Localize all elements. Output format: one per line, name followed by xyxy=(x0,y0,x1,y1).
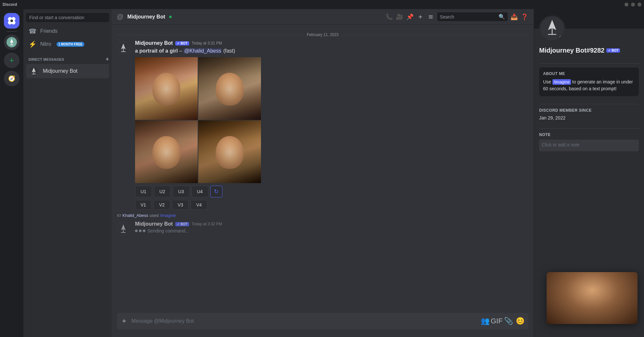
member-since-section: DISCORD MEMBER SINCE Jan 29, 2022 xyxy=(539,108,639,120)
note-title: NOTE xyxy=(539,132,639,137)
guild-openai[interactable] xyxy=(4,34,19,50)
command-used-indicator: 🏷 Khalid_Abess used /imagine xyxy=(112,210,534,218)
search-input[interactable] xyxy=(440,14,497,19)
messages-area: February 11, 2023 Midjourney Bot xyxy=(112,25,534,313)
note-input[interactable]: Click to add a note xyxy=(539,140,639,151)
maximize-button[interactable] xyxy=(631,3,635,6)
pin-button[interactable]: 📌 xyxy=(406,13,414,21)
v1-button[interactable]: V1 xyxy=(135,200,152,210)
status-indicator xyxy=(36,73,39,76)
guild-bar: + 🧭 xyxy=(0,9,23,337)
note-section: NOTE Click to add a note xyxy=(539,132,639,151)
sidebar-item-friends[interactable]: ☎ Friends xyxy=(26,25,109,38)
v4-button[interactable]: V4 xyxy=(191,200,207,210)
explore-button[interactable]: 🧭 xyxy=(4,71,19,86)
search-bar[interactable]: 🔍 xyxy=(437,12,508,21)
bot-avatar-second xyxy=(117,222,130,235)
add-member-button[interactable] xyxy=(416,13,424,21)
message-input-area: + 👥 GIF 📎 😊 xyxy=(112,313,534,337)
u1-button[interactable]: U1 xyxy=(135,186,152,197)
action-buttons-row1: U1 U2 U3 U4 ↻ xyxy=(135,186,528,197)
sidebar-navigation: ☎ Friends ⚡ Nitro 1 MONTH FREE xyxy=(23,25,112,51)
about-me-title: ABOUT ME xyxy=(543,71,635,76)
search-icon: 🔍 xyxy=(499,14,505,20)
input-icons: 👥 GIF 📎 😊 xyxy=(480,317,525,326)
channel-header: @ Midjourney Bot 📞 🎥 📌 xyxy=(112,9,534,25)
loading-dots xyxy=(135,230,145,232)
dm-name-midjourney: Midjourney Bot xyxy=(43,68,78,74)
dm-avatar-midjourney xyxy=(29,66,39,76)
online-status-dot xyxy=(169,16,172,18)
note-placeholder: Click to add a note xyxy=(542,142,579,147)
phone-button[interactable]: 📞 xyxy=(385,13,393,21)
sending-indicator: Sending command... xyxy=(135,228,528,233)
sidebar-item-nitro[interactable]: ⚡ Nitro 1 MONTH FREE xyxy=(26,38,109,51)
image-cell-1[interactable] xyxy=(135,57,198,120)
help-button[interactable]: ❓ xyxy=(521,13,528,21)
header-actions: 📞 🎥 📌 🔍 📥 ❓ xyxy=(385,12,528,21)
channel-name: Midjourney Bot xyxy=(127,14,165,20)
about-me-text: Use /imagine to generate an image in und… xyxy=(543,79,635,92)
bot-avatar-first xyxy=(117,42,130,55)
attachment-button[interactable]: + xyxy=(121,313,128,329)
friends-icon: ☎ xyxy=(29,27,36,35)
sticker-button[interactable]: 📎 xyxy=(504,317,513,326)
dot-2 xyxy=(139,230,142,232)
dm-section-header: DIRECT MESSAGES + xyxy=(23,51,112,64)
inbox-button[interactable]: 📥 xyxy=(510,13,518,21)
mention-user: @Khalid_Abess xyxy=(183,48,222,54)
profile-section: Midjourney Bot#9282 ✓ BOT ABOUT ME Use /… xyxy=(539,29,639,151)
gif-button[interactable]: GIF xyxy=(492,317,501,326)
command-icon: 🏷 xyxy=(117,213,121,218)
emoji-button[interactable]: 😊 xyxy=(515,317,525,326)
video-content xyxy=(547,272,638,324)
profile-username: Midjourney Bot#9282 xyxy=(539,47,604,54)
u3-button[interactable]: U3 xyxy=(173,186,190,197)
command-name: /imagine xyxy=(160,213,176,218)
member-list-button[interactable] xyxy=(427,13,435,21)
nitro-label: Nitro xyxy=(40,41,51,47)
image-cell-4[interactable] xyxy=(198,120,261,183)
new-dm-button[interactable]: + xyxy=(105,56,109,63)
u2-button[interactable]: U2 xyxy=(154,186,171,197)
profile-status-indicator xyxy=(558,34,563,40)
dot-3 xyxy=(143,230,145,232)
main-content: @ Midjourney Bot 📞 🎥 📌 xyxy=(112,9,534,337)
message-text-first: a portrait of a girl – @Khalid_Abess (fa… xyxy=(135,47,528,55)
bot-badge-first: ✓ BOT xyxy=(175,41,189,45)
close-button[interactable] xyxy=(638,3,641,6)
message-input[interactable] xyxy=(130,314,478,328)
nitro-icon: ⚡ xyxy=(29,40,36,48)
search-section: Find or start a conversation xyxy=(23,9,112,25)
minimize-button[interactable] xyxy=(625,3,628,6)
message-content-second: Midjourney Bot ✓ BOT Today at 3:32 PM xyxy=(135,221,528,235)
v2-button[interactable]: V2 xyxy=(154,200,170,210)
generated-image-grid xyxy=(135,57,261,183)
u4-button[interactable]: U4 xyxy=(192,186,208,197)
message-time-first: Today at 3:31 PM xyxy=(192,41,222,45)
dot-1 xyxy=(135,230,138,232)
message-author-second: Midjourney Bot xyxy=(135,221,173,227)
v3-button[interactable]: V3 xyxy=(172,200,189,210)
emoji-people-button[interactable]: 👥 xyxy=(480,317,489,326)
add-server-button[interactable]: + xyxy=(4,53,19,68)
dm-item-midjourney-bot[interactable]: Midjourney Bot xyxy=(26,64,109,78)
app-title: Discord xyxy=(3,2,17,7)
titlebar: Discord xyxy=(0,0,644,9)
profile-name-row: Midjourney Bot#9282 ✓ BOT xyxy=(539,47,639,54)
imagine-command-highlight: /imagine xyxy=(552,79,571,85)
member-since-title: DISCORD MEMBER SINCE xyxy=(539,108,639,113)
profile-bot-badge: ✓ BOT xyxy=(606,48,620,53)
refresh-button[interactable]: ↻ xyxy=(210,186,222,197)
profile-avatar-large xyxy=(539,16,565,42)
message-header-second: Midjourney Bot ✓ BOT Today at 3:32 PM xyxy=(135,221,528,227)
image-cell-3[interactable] xyxy=(135,120,198,183)
member-since-date: Jan 29, 2022 xyxy=(539,115,639,120)
panel-divider-2 xyxy=(539,104,639,104)
find-conversation-input[interactable]: Find or start a conversation xyxy=(26,13,109,22)
video-button[interactable]: 🎥 xyxy=(396,13,403,21)
home-guild-item[interactable] xyxy=(4,13,19,29)
message-group-first: Midjourney Bot ✓ BOT Today at 3:31 PM a … xyxy=(112,40,534,210)
image-cell-2[interactable] xyxy=(198,57,261,120)
message-time-second: Today at 3:32 PM xyxy=(192,222,222,226)
